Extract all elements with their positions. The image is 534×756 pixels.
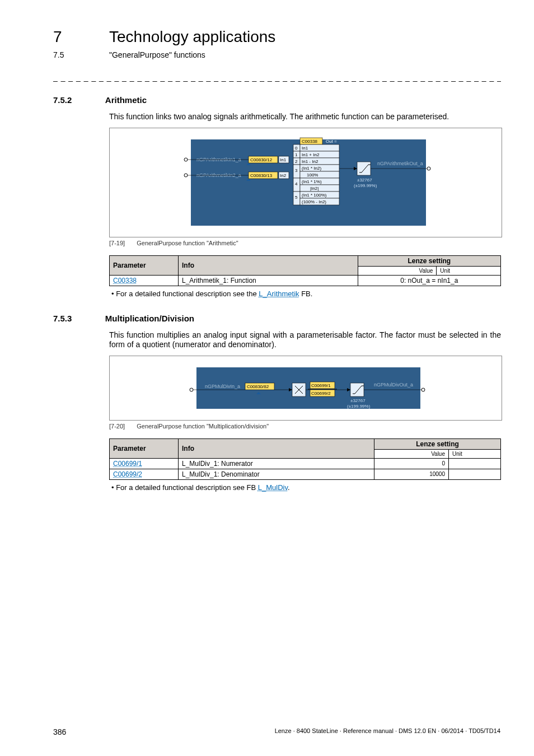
limit1: ±32767 <box>350 398 366 403</box>
info-cell: L_MulDiv_1: Denominator <box>179 469 374 479</box>
caption-text: GeneralPurpose function "Multiplication/… <box>137 423 269 430</box>
in2-port: In2 <box>280 173 287 178</box>
parameter-table-b: Parameter Info Lenze setting Value Unit … <box>109 438 501 480</box>
table-row: C00338 L_Arithmetik_1: Function 0: nOut_… <box>110 275 501 286</box>
figure-caption-b: [7-20] GeneralPurpose function "Multipli… <box>109 423 501 430</box>
opt-0: In1 <box>302 146 308 151</box>
opt-3a: (In1 * In2) <box>302 166 321 171</box>
svg-rect-29 <box>357 162 371 175</box>
opt-3b: 100% <box>307 172 318 178</box>
opt-4a: (In1 * 1%) <box>302 179 322 184</box>
th-parameter: Parameter <box>110 255 179 275</box>
bullet-pre: For a detailed functional description se… <box>116 483 258 492</box>
bullet-post: . <box>288 483 290 492</box>
th-value: Value <box>374 449 449 458</box>
subsection-number: 7.5.2 <box>53 95 72 105</box>
opt-5a: (In1 * 100%) <box>302 193 327 198</box>
paragraph: This function multiplies an analog input… <box>109 330 501 350</box>
bullet-post: FB. <box>299 290 313 298</box>
svg-rect-52 <box>350 383 364 396</box>
value-cell: 0: nOut_a = nIn1_a <box>358 275 500 286</box>
page-number: 386 <box>53 727 66 736</box>
th-info: Info <box>179 255 358 275</box>
paragraph: This function links two analog signals a… <box>109 112 501 122</box>
th-value: Value <box>358 266 437 275</box>
value-cell: 10000 <box>374 469 449 479</box>
chapter-title: Technology applications <box>109 28 275 46</box>
limit2: (±199.99%) <box>347 404 371 409</box>
th-unit: Unit <box>437 266 501 275</box>
limit2: (±199.99%) <box>354 183 377 188</box>
opt-5b: (100% - In2) <box>302 199 326 204</box>
svg-point-54 <box>421 388 425 391</box>
opt-idx-3: 3 <box>295 168 298 173</box>
table-row: C00699/2 L_MulDiv_1: Denominator 10000 <box>110 469 501 479</box>
opt-idx-5: 5 <box>295 195 298 200</box>
caption-text: GeneralPurpose function "Arithmetic" <box>137 240 238 246</box>
in-code: C00830/82 <box>247 384 269 389</box>
svg-point-4 <box>184 158 188 161</box>
fb-link[interactable]: L_Arithmetik <box>259 290 299 298</box>
table-row: C00699/1 L_MulDiv_1: Numerator 0 <box>110 458 501 469</box>
in1-code: C00830/12 <box>250 157 273 162</box>
in1-port: In1 <box>280 157 287 162</box>
opt-idx-1: 1 <box>295 152 298 157</box>
th-lenze: Lenze setting <box>374 438 501 449</box>
param-link[interactable]: C00699/2 <box>113 470 142 478</box>
subsection-title: Multiplication/Division <box>105 314 194 323</box>
out-code: C00338 <box>302 139 318 144</box>
figure-caption-a: [7-19] GeneralPurpose function "Arithmet… <box>109 240 501 246</box>
svg-point-31 <box>427 167 430 170</box>
bullet-a: For a detailed functional description se… <box>111 290 501 298</box>
subsection-number: 7.5.3 <box>53 314 72 323</box>
out-signal: nGPMulDivOut_a <box>374 382 413 388</box>
value-cell: 0 <box>374 458 449 469</box>
page-footer: 386 Lenze · 8400 StateLine · Reference m… <box>53 727 500 736</box>
opt-1: In1 + In2 <box>302 152 320 157</box>
caption-label: [7-20] <box>109 423 125 430</box>
opt-idx-2: 2 <box>295 159 298 164</box>
separator-dashes: _ _ _ _ _ _ _ _ _ _ _ _ _ _ _ _ _ _ _ _ … <box>53 73 501 82</box>
svg-rect-23 <box>300 185 339 192</box>
den-code: C00699/2 <box>311 391 331 396</box>
out-label: Out = <box>326 139 337 144</box>
section-number: 7.5 <box>53 50 64 59</box>
unit-cell <box>449 458 501 469</box>
svg-point-35 <box>190 388 193 391</box>
info-cell: L_MulDiv_1: Numerator <box>179 458 374 469</box>
param-link[interactable]: C00338 <box>113 277 137 284</box>
th-lenze: Lenze setting <box>358 255 500 266</box>
bullet-b: For a detailed functional description se… <box>111 483 501 492</box>
parameter-table-a: Parameter Info Lenze setting Value Unit … <box>109 255 501 286</box>
opt-idx-0: 0 <box>295 146 298 151</box>
svg-rect-20 <box>300 171 339 178</box>
subsection-title: Arithmetic <box>105 95 147 105</box>
bullet-pre: For a detailed functional description se… <box>116 290 259 298</box>
unit-cell <box>449 469 501 479</box>
in2-code: C00830/13 <box>250 173 273 178</box>
opt-idx-4: 4 <box>295 181 298 186</box>
figure-muldiv: nGPMulDivIn_a C00830/82 C00699/1 <box>109 356 502 421</box>
opt-4b: |In2| <box>310 186 318 191</box>
figure-arithmetic: nGPArithmetikIn1_a C00830/12 In1 nGPArit… <box>109 128 502 237</box>
num-code: C00699/1 <box>311 383 331 388</box>
section-title: "GeneralPurpose" functions <box>109 50 205 59</box>
svg-point-9 <box>184 174 188 177</box>
opt-2: In1 - In2 <box>302 159 318 164</box>
chapter-number: 7 <box>53 28 62 46</box>
th-info: Info <box>179 438 374 458</box>
out-signal: nGPArithmetikOut_a <box>377 161 423 166</box>
info-cell: L_Arithmetik_1: Function <box>179 275 358 286</box>
footer-text: Lenze · 8400 StateLine · Reference manua… <box>275 727 500 736</box>
th-unit: Unit <box>449 449 501 458</box>
fb-link[interactable]: L_MulDiv <box>258 483 288 492</box>
param-link[interactable]: C00699/1 <box>113 460 142 468</box>
caption-label: [7-19] <box>109 240 125 246</box>
in-signal: nGPMulDivIn_a <box>205 384 240 389</box>
th-parameter: Parameter <box>110 438 179 458</box>
limit1: ±32767 <box>357 178 372 183</box>
